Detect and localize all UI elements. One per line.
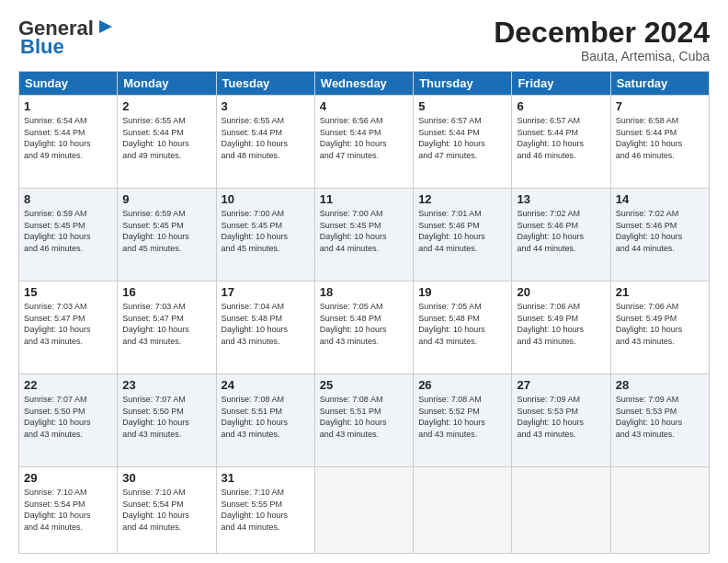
table-row: 17Sunrise: 7:04 AMSunset: 5:48 PMDayligh… [216, 282, 314, 374]
day-info: Sunrise: 6:57 AMSunset: 5:44 PMDaylight:… [418, 115, 506, 161]
location: Bauta, Artemisa, Cuba [494, 49, 710, 63]
table-row [610, 466, 709, 553]
table-row: 12Sunrise: 7:01 AMSunset: 5:46 PMDayligh… [414, 189, 512, 282]
day-info: Sunrise: 7:09 AMSunset: 5:53 PMDaylight:… [517, 394, 605, 440]
table-row: 15Sunrise: 7:03 AMSunset: 5:47 PMDayligh… [19, 282, 118, 374]
header: General Blue December 2024 Bauta, Artemi… [18, 17, 710, 63]
table-row: 8Sunrise: 6:59 AMSunset: 5:45 PMDaylight… [19, 189, 118, 282]
table-row: 14Sunrise: 7:02 AMSunset: 5:46 PMDayligh… [610, 189, 709, 282]
table-row: 1Sunrise: 6:54 AMSunset: 5:44 PMDaylight… [19, 96, 118, 189]
day-number: 31 [222, 471, 310, 485]
day-number: 22 [24, 378, 112, 392]
day-info: Sunrise: 6:54 AMSunset: 5:44 PMDaylight:… [24, 115, 112, 161]
header-saturday: Saturday [610, 72, 709, 96]
day-info: Sunrise: 7:05 AMSunset: 5:48 PMDaylight:… [320, 301, 408, 347]
header-wednesday: Wednesday [314, 72, 413, 96]
day-info: Sunrise: 7:08 AMSunset: 5:51 PMDaylight:… [320, 394, 408, 440]
header-sunday: Sunday [19, 72, 118, 96]
table-row [314, 466, 413, 553]
table-row: 25Sunrise: 7:08 AMSunset: 5:51 PMDayligh… [314, 374, 413, 467]
calendar-week-row: 29Sunrise: 7:10 AMSunset: 5:54 PMDayligh… [19, 466, 710, 553]
day-number: 13 [517, 192, 605, 206]
table-row: 2Sunrise: 6:55 AMSunset: 5:44 PMDaylight… [118, 96, 216, 189]
table-row: 31Sunrise: 7:10 AMSunset: 5:55 PMDayligh… [216, 466, 314, 553]
day-info: Sunrise: 6:59 AMSunset: 5:45 PMDaylight:… [122, 208, 210, 254]
table-row: 18Sunrise: 7:05 AMSunset: 5:48 PMDayligh… [314, 282, 413, 374]
header-thursday: Thursday [414, 72, 512, 96]
table-row: 30Sunrise: 7:10 AMSunset: 5:54 PMDayligh… [118, 466, 216, 553]
day-info: Sunrise: 7:02 AMSunset: 5:46 PMDaylight:… [616, 208, 704, 254]
month-title: December 2024 [494, 17, 710, 49]
table-row: 11Sunrise: 7:00 AMSunset: 5:45 PMDayligh… [314, 189, 413, 282]
day-number: 10 [222, 192, 310, 206]
day-number: 9 [122, 192, 210, 206]
header-friday: Friday [512, 72, 610, 96]
day-info: Sunrise: 7:08 AMSunset: 5:51 PMDaylight:… [222, 394, 310, 440]
table-row: 4Sunrise: 6:56 AMSunset: 5:44 PMDaylight… [314, 96, 413, 189]
day-info: Sunrise: 7:00 AMSunset: 5:45 PMDaylight:… [222, 208, 310, 254]
table-row: 27Sunrise: 7:09 AMSunset: 5:53 PMDayligh… [512, 374, 610, 467]
day-number: 4 [320, 99, 408, 113]
day-info: Sunrise: 6:56 AMSunset: 5:44 PMDaylight:… [320, 115, 408, 161]
calendar-week-row: 8Sunrise: 6:59 AMSunset: 5:45 PMDaylight… [19, 189, 710, 282]
table-row: 24Sunrise: 7:08 AMSunset: 5:51 PMDayligh… [216, 374, 314, 467]
day-info: Sunrise: 6:58 AMSunset: 5:44 PMDaylight:… [616, 115, 704, 161]
table-row: 22Sunrise: 7:07 AMSunset: 5:50 PMDayligh… [19, 374, 118, 467]
day-info: Sunrise: 6:55 AMSunset: 5:44 PMDaylight:… [122, 115, 210, 161]
days-header-row: Sunday Monday Tuesday Wednesday Thursday… [19, 72, 710, 96]
table-row: 29Sunrise: 7:10 AMSunset: 5:54 PMDayligh… [19, 466, 118, 553]
day-info: Sunrise: 7:10 AMSunset: 5:54 PMDaylight:… [24, 487, 112, 533]
day-number: 2 [122, 99, 210, 113]
table-row: 28Sunrise: 7:09 AMSunset: 5:53 PMDayligh… [610, 374, 709, 467]
svg-marker-0 [99, 20, 112, 33]
table-row [512, 466, 610, 553]
day-number: 27 [517, 378, 605, 392]
day-number: 14 [616, 192, 704, 206]
table-row: 5Sunrise: 6:57 AMSunset: 5:44 PMDaylight… [414, 96, 512, 189]
calendar-page: General Blue December 2024 Bauta, Artemi… [0, 0, 728, 563]
day-number: 24 [222, 378, 310, 392]
day-number: 3 [222, 99, 310, 113]
header-monday: Monday [118, 72, 216, 96]
table-row: 9Sunrise: 6:59 AMSunset: 5:45 PMDaylight… [118, 189, 216, 282]
title-section: December 2024 Bauta, Artemisa, Cuba [494, 17, 710, 63]
table-row: 23Sunrise: 7:07 AMSunset: 5:50 PMDayligh… [118, 374, 216, 467]
calendar-table: Sunday Monday Tuesday Wednesday Thursday… [18, 71, 710, 554]
day-number: 12 [418, 192, 506, 206]
table-row [414, 466, 512, 553]
day-number: 1 [24, 99, 112, 113]
table-row: 7Sunrise: 6:58 AMSunset: 5:44 PMDaylight… [610, 96, 709, 189]
day-number: 19 [418, 285, 506, 299]
day-number: 11 [320, 192, 408, 206]
day-info: Sunrise: 7:03 AMSunset: 5:47 PMDaylight:… [24, 301, 112, 347]
logo-blue: Blue [18, 35, 64, 59]
day-number: 21 [616, 285, 704, 299]
day-info: Sunrise: 6:59 AMSunset: 5:45 PMDaylight:… [24, 208, 112, 254]
calendar-week-row: 15Sunrise: 7:03 AMSunset: 5:47 PMDayligh… [19, 282, 710, 374]
table-row: 19Sunrise: 7:05 AMSunset: 5:48 PMDayligh… [414, 282, 512, 374]
day-number: 7 [616, 99, 704, 113]
day-number: 28 [616, 378, 704, 392]
day-info: Sunrise: 7:03 AMSunset: 5:47 PMDaylight:… [122, 301, 210, 347]
day-info: Sunrise: 7:04 AMSunset: 5:48 PMDaylight:… [222, 301, 310, 347]
table-row: 21Sunrise: 7:06 AMSunset: 5:49 PMDayligh… [610, 282, 709, 374]
table-row: 20Sunrise: 7:06 AMSunset: 5:49 PMDayligh… [512, 282, 610, 374]
day-number: 15 [24, 285, 112, 299]
logo-arrow-icon [96, 17, 116, 37]
table-row: 3Sunrise: 6:55 AMSunset: 5:44 PMDaylight… [216, 96, 314, 189]
table-row: 13Sunrise: 7:02 AMSunset: 5:46 PMDayligh… [512, 189, 610, 282]
day-number: 29 [24, 471, 112, 485]
table-row: 16Sunrise: 7:03 AMSunset: 5:47 PMDayligh… [118, 282, 216, 374]
calendar-week-row: 1Sunrise: 6:54 AMSunset: 5:44 PMDaylight… [19, 96, 710, 189]
table-row: 10Sunrise: 7:00 AMSunset: 5:45 PMDayligh… [216, 189, 314, 282]
day-info: Sunrise: 7:09 AMSunset: 5:53 PMDaylight:… [616, 394, 704, 440]
table-row: 26Sunrise: 7:08 AMSunset: 5:52 PMDayligh… [414, 374, 512, 467]
day-number: 6 [517, 99, 605, 113]
day-info: Sunrise: 7:07 AMSunset: 5:50 PMDaylight:… [122, 394, 210, 440]
day-number: 26 [418, 378, 506, 392]
table-row: 6Sunrise: 6:57 AMSunset: 5:44 PMDaylight… [512, 96, 610, 189]
calendar-week-row: 22Sunrise: 7:07 AMSunset: 5:50 PMDayligh… [19, 374, 710, 467]
header-tuesday: Tuesday [216, 72, 314, 96]
day-number: 17 [222, 285, 310, 299]
day-info: Sunrise: 7:02 AMSunset: 5:46 PMDaylight:… [517, 208, 605, 254]
